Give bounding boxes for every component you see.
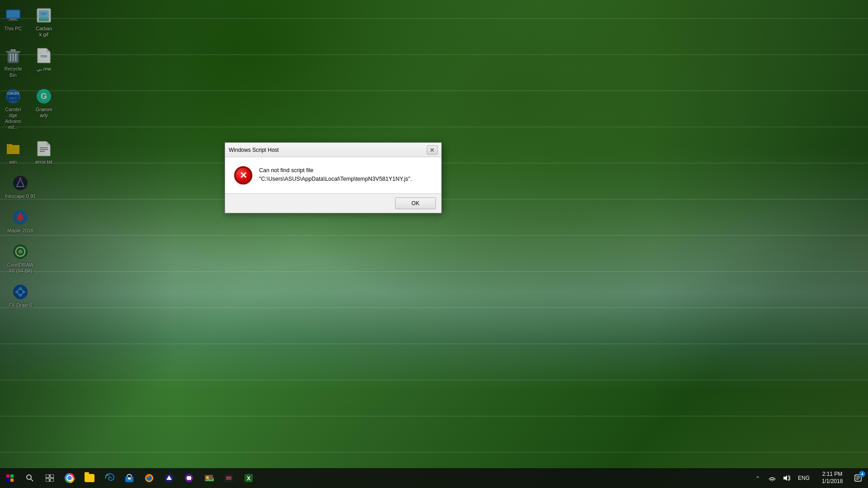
search-icon xyxy=(26,474,33,482)
desktop-icon-coreldraw[interactable]: CorelDRAW X8 (64-Bit) xyxy=(2,241,38,276)
svg-rect-44 xyxy=(50,479,54,482)
svg-rect-2 xyxy=(9,19,17,20)
desktop-icon-grammarly[interactable]: G Grammarly xyxy=(33,85,55,132)
start-button[interactable] xyxy=(0,468,20,488)
svg-line-40 xyxy=(31,479,33,481)
notification-badge: 4 xyxy=(859,471,865,477)
language-label: ENG xyxy=(798,475,810,481)
recycle-bin-label: Recycle Bin xyxy=(4,66,22,78)
task-view-button[interactable] xyxy=(40,468,60,488)
desktop-icon-win[interactable]: win xyxy=(2,138,24,167)
svg-rect-52 xyxy=(187,476,191,480)
error-icon-container: ✕ xyxy=(234,166,252,184)
desktop-icon-mw[interactable]: mw بي.mw xyxy=(33,45,55,80)
taskbar-store[interactable] xyxy=(119,468,139,488)
dialog-footer: OK xyxy=(225,193,441,213)
svg-point-39 xyxy=(27,475,31,479)
taskbar-explorer[interactable] xyxy=(80,468,99,488)
recycle-bin-icon xyxy=(4,47,22,65)
inkscape-icon xyxy=(11,174,29,192)
taskbar-clock[interactable]: 2:11 PM 1/1/2018 xyxy=(816,468,848,488)
desktop-icon-fxdraw[interactable]: FX Draw 6 xyxy=(2,281,38,310)
svg-text:G: G xyxy=(41,92,47,101)
notification-center-button[interactable]: 4 xyxy=(848,468,868,488)
this-pc-label: This PC xyxy=(4,26,22,32)
desktop-icon-carbank[interactable]: GIF Carbank.gif xyxy=(33,5,55,39)
taskbar-chrome[interactable] xyxy=(60,468,80,488)
volume-icon xyxy=(783,475,790,481)
cambridge-icon: CALD3 DICT xyxy=(4,87,22,105)
firefox-icon xyxy=(144,473,154,483)
svg-rect-10 xyxy=(10,49,16,51)
desktop-icon-this-pc[interactable]: This PC xyxy=(2,5,24,39)
svg-text:DICT: DICT xyxy=(9,97,17,100)
coreldraw-label: CorelDRAW X8 (64-Bit) xyxy=(4,262,37,274)
svg-rect-43 xyxy=(46,479,49,482)
desktop-icon-cambridge[interactable]: CALD3 DICT Cambridge Advanced... xyxy=(2,85,24,132)
tray-expand-icon: ^ xyxy=(757,476,759,481)
fxdraw-label: FX Draw 6 xyxy=(9,302,32,308)
taskbar-pinned-apps: X xyxy=(60,468,259,488)
windows-logo xyxy=(6,474,14,482)
fxdraw-icon xyxy=(11,283,29,301)
task-view-icon xyxy=(46,474,54,482)
tray-expand-button[interactable]: ^ xyxy=(751,468,764,488)
desktop-icon-error-txt[interactable]: error.txt xyxy=(33,138,55,167)
taskbar-app3[interactable] xyxy=(219,468,239,488)
chrome-icon xyxy=(65,473,75,483)
app1-icon xyxy=(164,473,174,483)
dialog-ok-button[interactable]: OK xyxy=(395,197,436,209)
svg-marker-62 xyxy=(783,475,787,481)
svg-rect-9 xyxy=(6,51,20,52)
taskbar-excel[interactable]: X xyxy=(239,468,259,488)
dialog-close-button[interactable]: ✕ xyxy=(427,145,438,155)
error-x-mark: ✕ xyxy=(240,171,247,180)
windows-script-host-dialog: Windows Script Host ✕ ✕ Can not find scr… xyxy=(225,142,442,213)
svg-rect-58 xyxy=(226,479,231,479)
inkscape-label: Inkscape 0.91 xyxy=(5,193,36,199)
photos-icon xyxy=(204,473,214,483)
edge-icon xyxy=(104,473,114,483)
win-label: win xyxy=(9,159,17,165)
win-logo-tile-2 xyxy=(10,474,14,478)
clock-date: 1/1/2018 xyxy=(822,478,843,485)
maple-icon xyxy=(11,208,29,226)
grammarly-label: Grammarly xyxy=(35,107,53,118)
dialog-message-line2: "C:\Users\ASUS\AppData\Local\Temp\tempN3… xyxy=(259,176,412,182)
network-icon-button[interactable] xyxy=(766,468,778,488)
search-button[interactable] xyxy=(20,468,40,488)
taskbar-firefox[interactable] xyxy=(139,468,159,488)
svg-rect-46 xyxy=(128,478,131,479)
desktop-icon-inkscape[interactable]: Inkscape 0.91 xyxy=(2,172,38,201)
desktop-icon-recycle-bin[interactable]: Recycle Bin xyxy=(2,45,24,80)
app2-icon xyxy=(184,473,194,483)
volume-icon-button[interactable] xyxy=(780,468,793,488)
svg-rect-23 xyxy=(7,145,19,154)
error-txt-icon xyxy=(35,140,53,158)
cambridge-label: Cambridge Advanced... xyxy=(4,107,22,131)
mw-icon: mw xyxy=(35,47,53,65)
svg-rect-3 xyxy=(8,20,19,21)
taskbar-app2[interactable] xyxy=(179,468,199,488)
store-icon xyxy=(124,473,134,483)
error-circle: ✕ xyxy=(234,166,252,184)
win-logo-tile-4 xyxy=(10,479,14,482)
dialog-titlebar[interactable]: Windows Script Host ✕ xyxy=(225,143,441,157)
svg-text:mw: mw xyxy=(41,54,47,58)
network-icon xyxy=(769,475,776,481)
taskbar-app1[interactable] xyxy=(159,468,179,488)
language-indicator[interactable]: ENG xyxy=(795,468,813,488)
svg-rect-41 xyxy=(46,474,49,478)
desktop-icon-maple[interactable]: Maple 2016 xyxy=(2,206,38,235)
mw-label: بي.mw xyxy=(37,66,51,72)
app3-icon xyxy=(224,473,234,483)
this-pc-icon xyxy=(4,6,22,24)
taskbar-edge[interactable] xyxy=(99,468,119,488)
svg-point-38 xyxy=(18,290,23,294)
svg-text:GIF: GIF xyxy=(41,12,47,16)
taskbar: X ^ xyxy=(0,468,868,488)
taskbar-photos[interactable] xyxy=(199,468,219,488)
svg-text:CALD3: CALD3 xyxy=(7,91,19,95)
error-txt-label: error.txt xyxy=(35,159,52,165)
svg-rect-42 xyxy=(50,474,54,478)
